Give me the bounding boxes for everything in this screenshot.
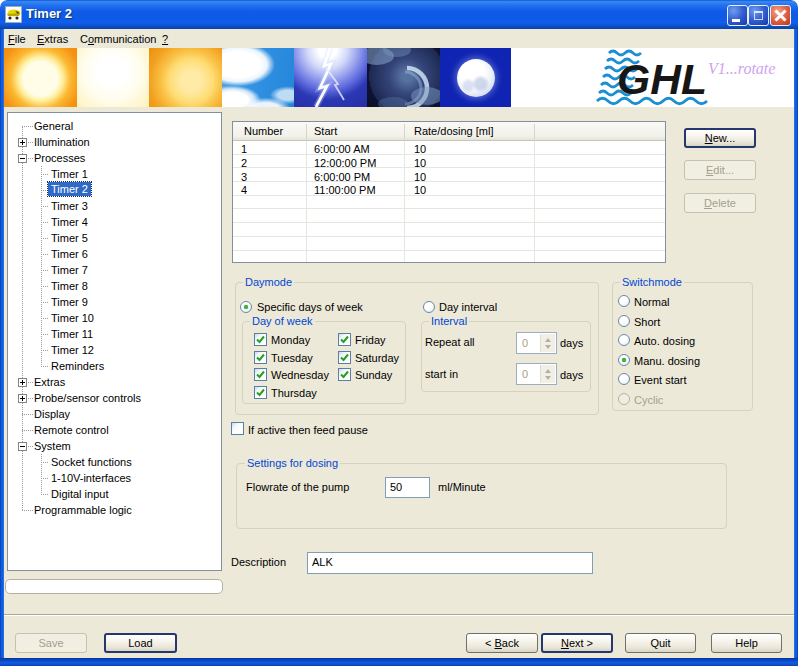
svg-text:GHL: GHL (617, 55, 707, 103)
svg-text:V1...rotate: V1...rotate (708, 60, 775, 77)
